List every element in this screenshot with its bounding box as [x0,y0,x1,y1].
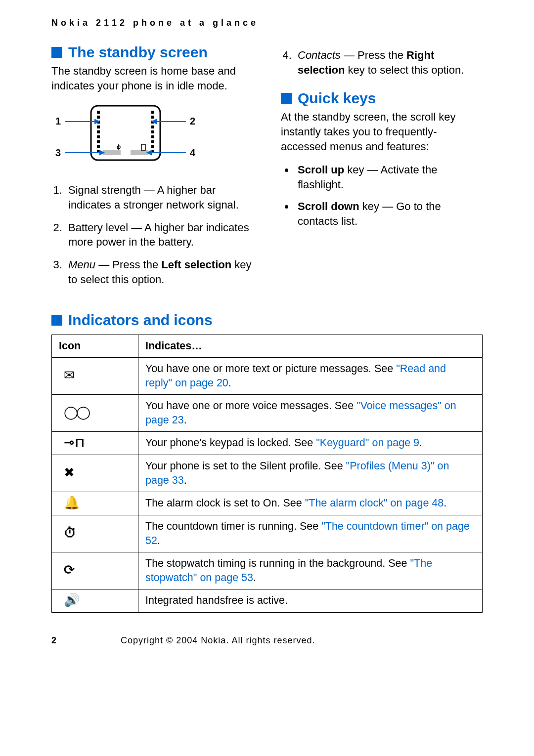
table-header-row: Icon Indicates… [52,335,483,357]
svg-rect-7 [141,144,145,150]
standby-intro: The standby screen is home base and indi… [51,64,253,93]
table-row: ◯◯ You have one or more voice messages. … [52,394,483,431]
list-item: Menu — Press the Left selection key to s… [65,257,253,287]
list-item: Battery level — A higher bar indicates m… [65,220,253,250]
countdown-timer-icon: ⏱ [52,515,138,552]
page-number: 2 [51,635,56,646]
right-column: Contacts — Press the Right selection key… [281,42,483,295]
table-row: ⊸⊓ Your phone's keypad is locked. See "K… [52,431,483,455]
indicator-desc: The stopwatch timing is running in the b… [138,552,483,589]
standby-screen-diagram: 1 2 3 4 [51,102,253,173]
diagram-label-1: 1 [55,116,61,126]
diagram-label-4: 4 [190,147,196,158]
heading-text: Quick keys [298,90,376,107]
svg-rect-4 [131,150,148,155]
indicators-table: Icon Indicates… ✉ You have one or more t… [51,335,483,613]
table-row: 🔔 The alarm clock is set to On. See "The… [52,492,483,515]
indicator-desc: The alarm clock is set to On. See "The a… [138,492,483,515]
manual-page: Nokia 2112 phone at a glance The standby… [0,0,534,673]
table-row: ⟳ The stopwatch timing is running in the… [52,552,483,589]
copyright-text: Copyright © 2004 Nokia. All rights reser… [121,635,315,646]
quick-keys-intro: At the standby screen, the scroll key in… [281,110,483,154]
diagram-label-2: 2 [190,116,195,126]
standby-list-continued: Contacts — Press the Right selection key… [281,48,483,77]
indicator-desc: Integrated handsfree is active. [138,589,483,612]
th-indicates: Indicates… [138,335,483,357]
page-footer: 2 Copyright © 2004 Nokia. All rights res… [51,635,483,646]
heading-text: Indicators and icons [68,312,213,329]
alarm-clock-link[interactable]: "The alarm clock" on page 48 [305,497,444,509]
diagram-label-3: 3 [55,147,61,158]
stopwatch-icon: ⟳ [52,552,138,589]
standby-list: Signal strength — A higher bar indicates… [51,183,253,287]
voicemail-icon: ◯◯ [52,394,138,431]
list-item: Signal strength — A higher bar indicates… [65,183,253,212]
indicator-desc: Your phone's keypad is locked. See "Keyg… [138,431,483,455]
th-icon: Icon [52,335,138,357]
keyguard-icon: ⊸⊓ [52,431,138,455]
list-item: Scroll down key — Go to the contacts lis… [295,199,483,228]
indicators-section: Indicators and icons Icon Indicates… ✉ Y… [51,312,483,613]
indicators-heading: Indicators and icons [51,312,483,329]
indicator-desc: You have one or more voice messages. See… [138,394,483,431]
quick-keys-heading: Quick keys [281,90,483,107]
indicator-desc: You have one or more text or picture mes… [138,357,483,394]
left-column: The standby screen The standby screen is… [51,42,253,295]
keyguard-link[interactable]: "Keyguard" on page 9 [316,437,419,449]
running-header: Nokia 2112 phone at a glance [51,18,483,28]
heading-text: The standby screen [68,44,208,61]
indicator-desc: Your phone is set to the Silent profile.… [138,455,483,492]
table-row: ✖ Your phone is set to the Silent profil… [52,455,483,492]
two-column-layout: The standby screen The standby screen is… [51,42,483,295]
alarm-clock-icon: 🔔 [52,492,138,515]
table-row: ⏱ The countdown timer is running. See "T… [52,515,483,552]
envelope-icon: ✉ [52,357,138,394]
svg-rect-3 [103,150,121,155]
table-row: ✉ You have one or more text or picture m… [52,357,483,394]
quick-keys-list: Scroll up key — Activate the flashlight.… [281,163,483,228]
indicator-desc: The countdown timer is running. See "The… [138,515,483,552]
standby-screen-heading: The standby screen [51,44,253,61]
table-row: 🔊 Integrated handsfree is active. [52,589,483,612]
list-item: Scroll up key — Activate the flashlight. [295,163,483,192]
handsfree-icon: 🔊 [52,589,138,612]
silent-profile-icon: ✖ [52,455,138,492]
list-item: Contacts — Press the Right selection key… [295,48,483,77]
